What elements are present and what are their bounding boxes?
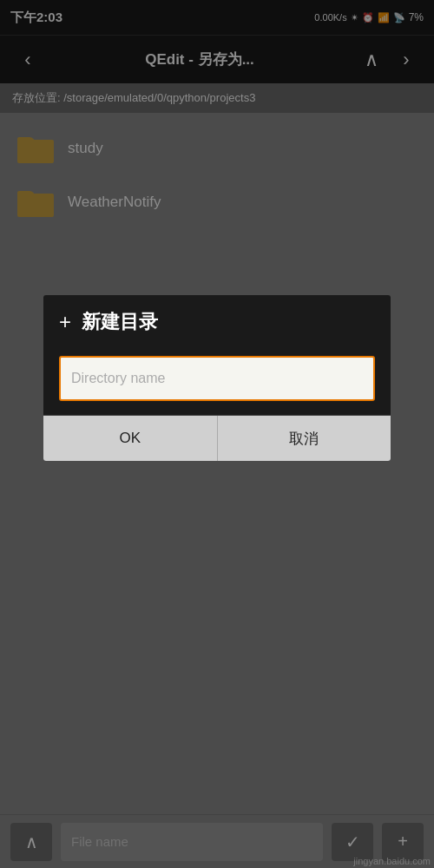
dialog-title-row: + 新建目录: [43, 295, 391, 347]
new-directory-dialog: + 新建目录 OK 取消: [43, 295, 391, 461]
dialog-title: 新建目录: [82, 309, 158, 335]
plus-icon: +: [59, 310, 71, 334]
cancel-button[interactable]: 取消: [218, 416, 391, 461]
dialog-buttons: OK 取消: [43, 415, 391, 461]
directory-name-input[interactable]: [59, 356, 375, 401]
dialog-input-wrap: [43, 347, 391, 415]
ok-button[interactable]: OK: [43, 416, 218, 461]
